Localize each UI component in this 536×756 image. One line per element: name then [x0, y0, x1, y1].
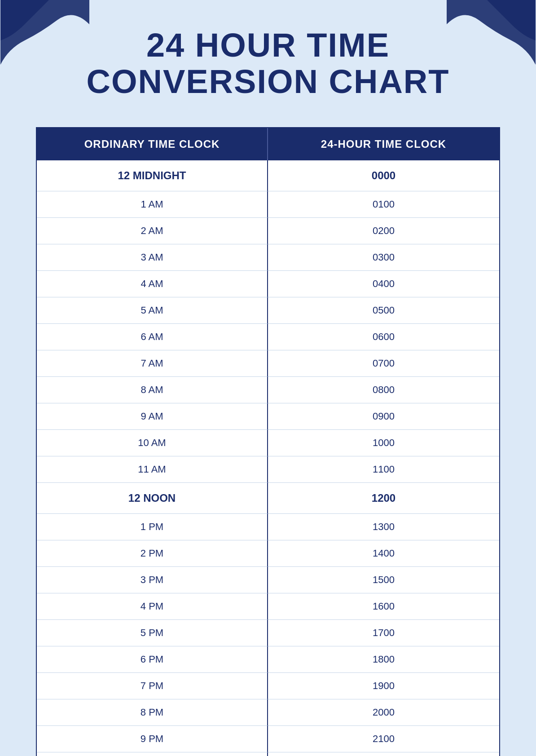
- table-cell-ordinary-18: 6 PM: [37, 646, 268, 673]
- table-cell-ordinary-20: 8 PM: [37, 699, 268, 726]
- table-cell-ordinary-0: 12 MIDNIGHT: [37, 160, 268, 191]
- table-cell-ordinary-6: 6 AM: [37, 324, 268, 350]
- table-body: 12 MIDNIGHT00001 AM01002 AM02003 AM03004…: [37, 160, 499, 756]
- table-cell-ordinary-3: 3 AM: [37, 244, 268, 271]
- table-cell-military-22: 2200: [268, 752, 499, 756]
- table-cell-military-2: 0200: [268, 218, 499, 244]
- table-cell-military-13: 1300: [268, 514, 499, 540]
- table-cell-military-0: 0000: [268, 160, 499, 191]
- table-cell-military-8: 0800: [268, 377, 499, 403]
- table-cell-ordinary-13: 1 PM: [37, 514, 268, 540]
- table-cell-ordinary-7: 7 AM: [37, 350, 268, 377]
- table-cell-ordinary-14: 2 PM: [37, 540, 268, 567]
- table-cell-ordinary-19: 7 PM: [37, 673, 268, 699]
- table-cell-military-14: 1400: [268, 540, 499, 567]
- table-header: ORDINARY TIME CLOCK 24-HOUR TIME CLOCK: [37, 128, 499, 160]
- table-cell-ordinary-10: 10 AM: [37, 430, 268, 456]
- table-cell-military-12: 1200: [268, 483, 499, 514]
- table-cell-ordinary-4: 4 AM: [37, 271, 268, 297]
- table-cell-ordinary-22: 10 PM: [37, 752, 268, 756]
- table-cell-military-6: 0600: [268, 324, 499, 350]
- table-cell-ordinary-11: 11 AM: [37, 456, 268, 483]
- table-cell-military-11: 1100: [268, 456, 499, 483]
- table-cell-ordinary-15: 3 PM: [37, 567, 268, 593]
- table-cell-military-5: 0500: [268, 297, 499, 324]
- table-cell-ordinary-2: 2 AM: [37, 218, 268, 244]
- table-cell-military-3: 0300: [268, 244, 499, 271]
- table-cell-military-10: 1000: [268, 430, 499, 456]
- table-cell-military-1: 0100: [268, 191, 499, 218]
- table-cell-military-17: 1700: [268, 620, 499, 646]
- table-cell-military-21: 2100: [268, 726, 499, 752]
- page-container: 24 HOUR TIME CONVERSION CHART ORDINARY T…: [0, 0, 536, 756]
- table-cell-ordinary-12: 12 NOON: [37, 483, 268, 514]
- table-cell-military-20: 2000: [268, 699, 499, 726]
- table-cell-military-16: 1600: [268, 593, 499, 620]
- table-cell-ordinary-5: 5 AM: [37, 297, 268, 324]
- table-cell-military-9: 0900: [268, 403, 499, 430]
- table-cell-military-15: 1500: [268, 567, 499, 593]
- header-24-hour-time: 24-HOUR TIME CLOCK: [268, 128, 499, 160]
- table-cell-ordinary-21: 9 PM: [37, 726, 268, 752]
- table-cell-military-19: 1900: [268, 673, 499, 699]
- table-cell-military-7: 0700: [268, 350, 499, 377]
- header-ordinary-time: ORDINARY TIME CLOCK: [37, 128, 268, 160]
- table-cell-ordinary-1: 1 AM: [37, 191, 268, 218]
- table-cell-military-18: 1800: [268, 646, 499, 673]
- table-cell-military-4: 0400: [268, 271, 499, 297]
- table-cell-ordinary-17: 5 PM: [37, 620, 268, 646]
- table-cell-ordinary-16: 4 PM: [37, 593, 268, 620]
- page-title: 24 HOUR TIME CONVERSION CHART: [36, 27, 500, 100]
- table-cell-ordinary-9: 9 AM: [37, 403, 268, 430]
- title-section: 24 HOUR TIME CONVERSION CHART: [0, 0, 536, 118]
- table-cell-ordinary-8: 8 AM: [37, 377, 268, 403]
- conversion-table: ORDINARY TIME CLOCK 24-HOUR TIME CLOCK 1…: [36, 127, 500, 756]
